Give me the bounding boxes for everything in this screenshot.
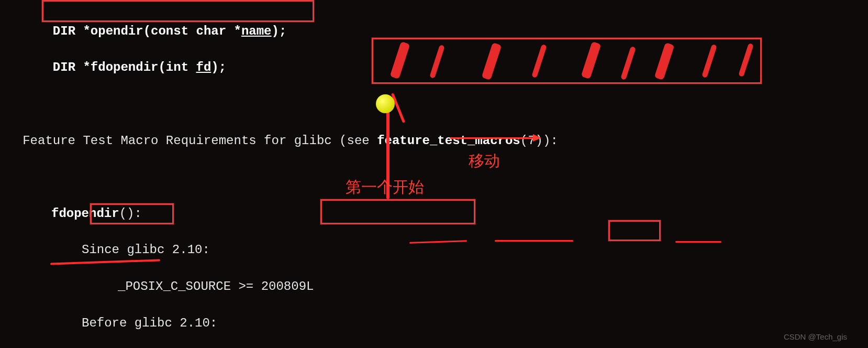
watermark: CSDN @Tech_gis	[784, 331, 847, 343]
box-synopsis	[42, 0, 314, 22]
highlight-ball-icon	[376, 94, 395, 113]
underline-entry	[675, 241, 721, 243]
ftm-intro: Feature Test Macro Requirements for glib…	[0, 132, 754, 150]
arrow-line	[450, 137, 534, 139]
anno-label-start: 第一个开始	[346, 176, 424, 199]
arrow-head-icon	[533, 134, 541, 142]
synopsis-fdopendir: DIR *fdopendir(int fd);	[53, 60, 226, 74]
box-opendir	[90, 203, 174, 224]
synopsis-opendir: DIR *opendir(const char *name);	[53, 24, 286, 38]
box-directory-stream	[320, 199, 475, 224]
anno-label-move: 移动	[469, 149, 500, 172]
underline-positioned	[495, 240, 573, 242]
box-first	[608, 220, 661, 241]
